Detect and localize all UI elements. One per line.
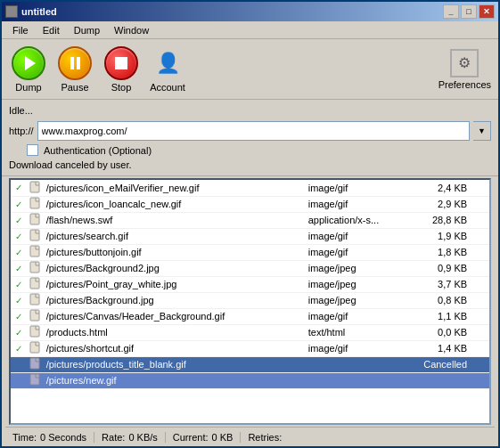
file-size: 1,8 KB xyxy=(409,244,472,260)
pause-circle xyxy=(58,46,92,80)
table-row[interactable]: /pictures/new.gif xyxy=(11,372,489,388)
file-extra xyxy=(472,356,489,372)
file-icon xyxy=(28,356,45,372)
table-row[interactable]: ✓ /products.html text/html 0,0 KB xyxy=(11,324,489,340)
status-bar: Time: 0 Seconds Rate: 0 KB/s Current: 0 … xyxy=(5,427,495,446)
file-extra xyxy=(472,276,489,292)
file-name: /pictures/Point_gray_white.jpg xyxy=(45,276,305,292)
retries-label: Retries: xyxy=(248,432,282,443)
menu-edit[interactable]: Edit xyxy=(36,23,67,37)
table-row[interactable]: ✓ /flash/news.swf application/x-s... 28,… xyxy=(11,212,489,228)
table-row[interactable]: ✓ /pictures/buttonjoin.gif image/gif 1,8… xyxy=(11,244,489,260)
table-row[interactable]: ✓ /pictures/Background2.jpg image/jpeg 0… xyxy=(11,260,489,276)
pause-button[interactable]: Pause xyxy=(55,46,94,93)
auth-row: Authentication (Optional) xyxy=(27,144,491,156)
file-extra xyxy=(472,292,489,308)
pause-icon xyxy=(70,57,80,69)
stop-icon xyxy=(115,57,127,69)
svg-rect-8 xyxy=(30,310,39,321)
table-row[interactable]: ✓ /pictures/search.gif image/gif 1,9 KB xyxy=(11,228,489,244)
file-size: 2,9 KB xyxy=(409,196,472,212)
title-bar-left: untitled xyxy=(5,5,57,18)
toolbar: Dump Pause Stop 👤 Account ⚙ Preferences xyxy=(2,39,498,100)
current-value: 0 KB xyxy=(212,432,234,443)
file-name: /products.html xyxy=(45,324,305,340)
file-check: ✓ xyxy=(11,260,28,276)
file-check xyxy=(11,356,28,372)
table-row[interactable]: ✓ /pictures/icon_loancalc_new.gif image/… xyxy=(11,196,489,212)
svg-rect-3 xyxy=(30,230,39,240)
auth-checkbox[interactable] xyxy=(27,144,38,156)
file-check: ✓ xyxy=(11,180,28,196)
file-icon xyxy=(28,292,45,308)
minimize-button[interactable]: _ xyxy=(443,4,459,19)
menu-window[interactable]: Window xyxy=(107,23,156,37)
preferences-button[interactable]: ⚙ Preferences xyxy=(439,49,491,90)
file-check: ✓ xyxy=(11,308,28,324)
file-size: 1,1 KB xyxy=(409,308,472,324)
menu-dump[interactable]: Dump xyxy=(67,23,107,37)
file-check: ✓ xyxy=(11,276,28,292)
time-segment: Time: 0 Seconds xyxy=(12,432,94,443)
url-dropdown[interactable]: ▼ xyxy=(473,121,491,141)
file-type xyxy=(305,356,410,372)
file-size: 28,8 KB xyxy=(409,212,472,228)
file-name: /pictures/search.gif xyxy=(45,228,305,244)
file-name: /pictures/buttonjoin.gif xyxy=(45,244,305,260)
svg-rect-7 xyxy=(30,294,39,305)
file-type: image/jpeg xyxy=(305,276,410,292)
file-check: ✓ xyxy=(11,196,28,212)
file-size: 3,7 KB xyxy=(409,276,472,292)
table-row[interactable]: ✓ /pictures/icon_eMailVerifier_new.gif i… xyxy=(11,180,489,196)
file-extra xyxy=(472,372,489,388)
url-input[interactable] xyxy=(37,121,470,141)
close-button[interactable]: ✕ xyxy=(479,4,495,19)
svg-rect-6 xyxy=(30,278,39,289)
stop-circle xyxy=(104,46,138,80)
table-row[interactable]: /pictures/products_title_blank.gif Cance… xyxy=(11,356,489,372)
file-icon xyxy=(28,340,45,356)
table-row[interactable]: ✓ /pictures/Canvas/Header_Background.gif… xyxy=(11,308,489,324)
dump-button[interactable]: Dump xyxy=(9,46,48,93)
file-icon xyxy=(28,212,45,228)
file-icon xyxy=(28,180,45,196)
file-type: application/x-s... xyxy=(305,212,410,228)
app-icon xyxy=(5,5,18,18)
table-row[interactable]: ✓ /pictures/Background.jpg image/jpeg 0,… xyxy=(11,292,489,308)
file-icon xyxy=(28,324,45,340)
preferences-label: Preferences xyxy=(439,79,491,90)
file-size: 1,4 KB xyxy=(409,340,472,356)
file-name: /pictures/Canvas/Header_Background.gif xyxy=(45,308,305,324)
file-name: /pictures/Background.jpg xyxy=(45,292,305,308)
pause-label: Pause xyxy=(61,82,88,93)
url-bar: http:// ▼ xyxy=(9,121,491,141)
maximize-button[interactable]: □ xyxy=(461,4,477,19)
rate-value: 0 KB/s xyxy=(128,432,157,443)
file-type: image/gif xyxy=(305,340,410,356)
file-type: image/jpeg xyxy=(305,260,410,276)
file-name: /flash/news.swf xyxy=(45,212,305,228)
current-label: Current: xyxy=(173,432,209,443)
menu-file[interactable]: File xyxy=(5,23,36,37)
file-icon xyxy=(28,244,45,260)
dump-label: Dump xyxy=(15,82,41,93)
stop-button[interactable]: Stop xyxy=(102,46,141,93)
table-row[interactable]: ✓ /pictures/Point_gray_white.jpg image/j… xyxy=(11,276,489,292)
file-extra xyxy=(472,228,489,244)
table-row[interactable]: ✓ /pictures/shortcut.gif image/gif 1,4 K… xyxy=(11,340,489,356)
file-extra xyxy=(472,324,489,340)
file-check: ✓ xyxy=(11,228,28,244)
file-name: /pictures/new.gif xyxy=(45,372,305,388)
file-extra xyxy=(472,260,489,276)
file-type: image/gif xyxy=(305,196,410,212)
main-window: untitled _ □ ✕ File Edit Dump Window Dum… xyxy=(0,0,500,448)
rate-label: Rate: xyxy=(102,432,125,443)
stop-label: Stop xyxy=(111,82,132,93)
file-check: ✓ xyxy=(11,292,28,308)
svg-rect-0 xyxy=(30,182,39,192)
svg-rect-5 xyxy=(30,262,39,273)
account-button[interactable]: 👤 Account xyxy=(148,46,187,93)
file-size: 0,8 KB xyxy=(409,292,472,308)
file-size: 0,9 KB xyxy=(409,260,472,276)
file-extra xyxy=(472,244,489,260)
